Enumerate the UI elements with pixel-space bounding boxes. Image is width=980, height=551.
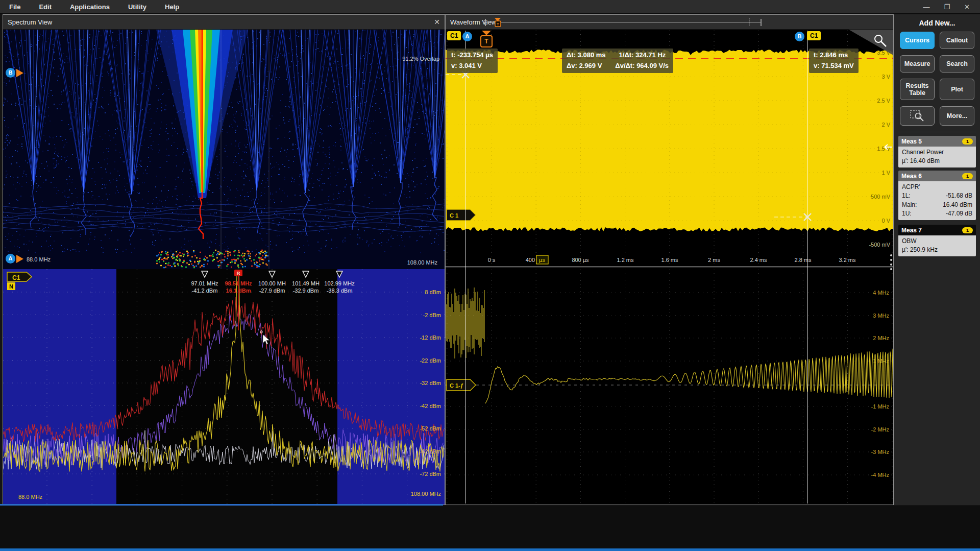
svg-text:-38.3 dBm: -38.3 dBm: [327, 288, 353, 294]
marker-a-arrow-icon: [16, 255, 23, 263]
measurement-line: µ': 250.9 kHz: [902, 246, 972, 254]
svg-text:R: R: [237, 271, 240, 276]
measurement-card-header: Meas 51: [898, 136, 976, 147]
svg-text:4 MHz: 4 MHz: [873, 290, 889, 296]
menu-item-file[interactable]: File: [9, 3, 20, 11]
svg-text:N: N: [9, 283, 13, 290]
cursor-a-voltage: v: 3.041 V: [451, 61, 493, 71]
measurement-card-header: Meas 61: [898, 171, 976, 181]
settings-bar: Ch 1 500 mV/div 10 dB/div 1 GHz Ch 1 - ƒ…: [0, 506, 980, 551]
minimize-icon[interactable]: —: [923, 3, 929, 11]
cursor-b-badge[interactable]: B: [795, 32, 804, 41]
waveform-display[interactable]: 3.5 V3 V2.5 V2 V1.5 V1 V500 mV0 V-500 mV…: [446, 30, 893, 505]
close-icon[interactable]: ✕: [964, 3, 970, 11]
sidebar-button-results-table[interactable]: Results Table: [900, 79, 935, 100]
add-new-sidebar: Add New... CursorsCalloutMeasureSearchRe…: [894, 14, 980, 505]
svg-text:-32.9 dBm: -32.9 dBm: [293, 288, 319, 294]
svg-text:800 µs: 800 µs: [572, 257, 589, 263]
spectrum-view-header: Spectrum View ✕: [3, 15, 445, 30]
sidebar-divider: [898, 132, 976, 132]
delta-v-dt: Δv/Δt: 964.09 V/s: [615, 61, 669, 71]
svg-text:C 1-ƒ: C 1-ƒ: [450, 382, 463, 389]
channel-1-badge[interactable]: C1: [447, 31, 461, 40]
measurement-name: Meas 5: [901, 138, 922, 145]
cursor-a-time: t: -233.754 µs: [451, 50, 493, 61]
measurement-count-badge: 1: [962, 173, 973, 179]
svg-text:-42 dBm: -42 dBm: [420, 403, 441, 409]
svg-text:8 dBm: 8 dBm: [425, 289, 441, 295]
menu-item-utility[interactable]: Utility: [128, 3, 146, 11]
cursor-a-badge[interactable]: A: [462, 32, 472, 41]
overlap-label: 91.2% Overlap: [402, 56, 439, 62]
restore-icon[interactable]: ❐: [944, 3, 950, 11]
sidebar-button-callout[interactable]: Callout: [940, 32, 974, 49]
svg-text:-72 dBm: -72 dBm: [420, 471, 441, 477]
measurement-count-badge: 1: [962, 227, 973, 233]
svg-text:88.0 MHz: 88.0 MHz: [18, 494, 42, 500]
svg-text:1.5 V: 1.5 V: [877, 146, 890, 152]
measurement-name: Meas 7: [901, 227, 922, 234]
svg-text:-27.9 dBm: -27.9 dBm: [259, 288, 285, 294]
cursor-a-readout: t: -233.754 µs v: 3.041 V: [447, 49, 498, 73]
menu-item-applications[interactable]: Applications: [70, 3, 110, 11]
spectrum-view-panel[interactable]: Spectrum View ✕ 91.2% Overlap B A 88.0 M…: [3, 14, 445, 505]
svg-text:2.4 ms: 2.4 ms: [750, 257, 767, 263]
spectrogram-display[interactable]: [3, 30, 445, 269]
spectrogram-freq-right: 108.00 MHz: [407, 259, 437, 266]
measurement-line: µ': 16.40 dBm: [902, 157, 972, 165]
measurement-card-5[interactable]: Meas 51Channel Powerµ': 16.40 dBm: [898, 136, 976, 167]
svg-text:98.51 MHz: 98.51 MHz: [225, 280, 252, 286]
menu-item-help[interactable]: Help: [165, 3, 179, 11]
svg-text:-32 dBm: -32 dBm: [420, 380, 441, 386]
svg-text:0 V: 0 V: [881, 218, 890, 224]
inv-delta-t: 1/Δt: 324.71 Hz: [619, 50, 666, 61]
svg-text:97.01 MHz: 97.01 MHz: [191, 280, 218, 286]
marker-b-badge[interactable]: B: [6, 68, 15, 78]
trigger-flag[interactable]: T: [480, 31, 493, 47]
svg-text:0 s: 0 s: [488, 257, 496, 263]
sidebar-button-plot[interactable]: Plot: [940, 79, 974, 100]
svg-text:-1 MHz: -1 MHz: [871, 403, 889, 410]
svg-text:T: T: [497, 22, 499, 27]
measurement-card-6[interactable]: Meas 61ACPR'1L:-51.68 dBMain:16.40 dBm1U…: [898, 171, 976, 220]
measurement-value: 16.40 dBm: [943, 201, 972, 209]
measurement-value: -51.68 dB: [946, 191, 972, 200]
cursor-b-voltage: v: 71.534 mV: [814, 61, 854, 71]
svg-text:2 V: 2 V: [881, 122, 890, 128]
mouse-pointer-icon: [258, 329, 272, 346]
marker-a-badge[interactable]: A: [6, 254, 15, 263]
measurement-count-badge: 1: [962, 138, 973, 145]
measurement-line: 1L:-51.68 dB: [902, 191, 972, 200]
measurement-line: OBW: [902, 237, 972, 246]
svg-text:-4 MHz: -4 MHz: [871, 472, 889, 478]
delta-v: Δv: 2.969 V: [567, 61, 602, 71]
svg-text:-22 dBm: -22 dBm: [420, 357, 441, 364]
svg-text:µs: µs: [539, 257, 545, 263]
channel-1-right-badge[interactable]: C1: [807, 31, 821, 40]
measurement-card-header: Meas 71: [898, 225, 976, 235]
zoom-overview-bar[interactable]: ET: [483, 17, 769, 28]
sidebar-button-search[interactable]: Search: [940, 55, 974, 73]
window-controls: — ❐ ✕: [913, 0, 980, 14]
cursor-b-readout: t: 2.846 ms v: 71.534 mV: [809, 49, 859, 73]
measurement-card-7[interactable]: Meas 71OBWµ': 250.9 kHz: [898, 225, 976, 256]
svg-text:C 1: C 1: [450, 212, 458, 219]
svg-text:-2 MHz: -2 MHz: [871, 426, 889, 433]
sidebar-button-more-[interactable]: More...: [940, 106, 974, 126]
cursor-b-time: t: 2.846 ms: [814, 50, 854, 61]
waveform-view-panel[interactable]: Waveform View ET 3.5 V3 V2.5 V2 V1.5 V1 …: [445, 14, 894, 505]
measurement-label: 1U:: [902, 209, 912, 218]
menu-item-edit[interactable]: Edit: [39, 3, 52, 11]
sidebar-button-cursors[interactable]: Cursors: [900, 32, 935, 49]
taskbar-edge: [0, 548, 980, 551]
spectrum-plot[interactable]: 8 dBm-2 dBm-12 dBm-22 dBm-32 dBm-42 dBm-…: [3, 269, 445, 505]
spectrum-view-close-icon[interactable]: ✕: [434, 18, 440, 26]
svg-text:101.49 MH: 101.49 MH: [292, 280, 320, 286]
zoom-select-icon: [910, 109, 925, 123]
delta-t: Δt: 3.080 ms: [567, 50, 606, 61]
sidebar-button-zoom-select-icon[interactable]: [900, 106, 935, 126]
panel-drag-handle[interactable]: [890, 254, 892, 270]
svg-text:-41.2 dBm: -41.2 dBm: [192, 288, 218, 294]
measurement-value: -47.09 dB: [946, 209, 972, 218]
sidebar-button-measure[interactable]: Measure: [900, 55, 935, 73]
